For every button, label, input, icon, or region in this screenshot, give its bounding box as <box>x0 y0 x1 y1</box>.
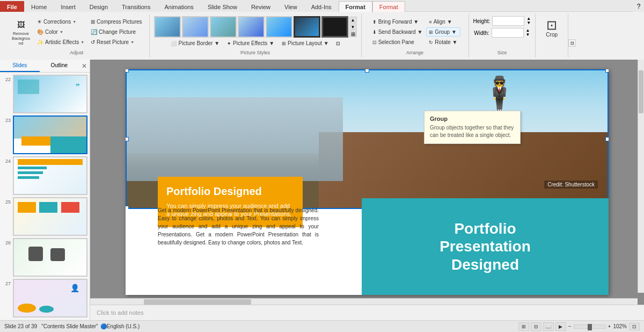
status-bar: Slide 23 of 39 "Contents Slide Master" 🔵… <box>0 320 644 332</box>
picture-styles-expand[interactable]: ⊡ <box>334 39 342 48</box>
rotate-button[interactable]: ↻ Rotate ▼ <box>426 38 460 47</box>
width-label: Width: <box>474 30 489 36</box>
gallery-more[interactable]: ⊞ <box>349 31 357 37</box>
tab-insert[interactable]: Insert <box>54 1 83 12</box>
height-spinner[interactable]: ▲ ▼ <box>526 17 531 25</box>
slide-thumb-22[interactable]: 🗺 <box>13 75 87 113</box>
slide-item-25[interactable]: 25 <box>2 197 87 236</box>
artistic-effects-button[interactable]: ✨ Artistic Effects ▼ <box>34 38 87 47</box>
tab-format[interactable]: Format <box>339 1 372 12</box>
slide-thumb-24[interactable] <box>13 156 87 195</box>
color-button[interactable]: 🎨 Color ▼ <box>34 27 87 37</box>
zoom-slider[interactable] <box>574 324 606 329</box>
style-thumb-4[interactable] <box>238 16 265 38</box>
height-down[interactable]: ▼ <box>526 21 531 25</box>
slides-tab[interactable]: Slides <box>0 60 40 72</box>
help-button[interactable]: ? <box>633 1 644 12</box>
zoom-slider-thumb[interactable] <box>588 324 592 330</box>
picture-styles-items: ▲ ▼ ⊞ <box>154 16 357 38</box>
tab-home[interactable]: Home <box>24 1 54 12</box>
artistic-dropdown[interactable]: ▼ <box>80 40 84 44</box>
style-thumb-3[interactable] <box>210 16 237 38</box>
slide-thumb-23[interactable] <box>13 116 87 154</box>
reset-icon: ↺ <box>91 39 95 45</box>
selection-pane-button[interactable]: ⊡ Selection Pane <box>370 38 426 47</box>
slide-item-24[interactable]: 24 <box>2 156 87 195</box>
slide-sorter-button[interactable]: ⊟ <box>531 322 541 331</box>
gallery-scroll-down[interactable]: ▼ <box>349 24 357 30</box>
reading-view-button[interactable]: 📖 <box>543 322 554 331</box>
slide-num-24: 24 <box>2 158 11 164</box>
slide-item-27[interactable]: 27 👤 <box>2 279 87 317</box>
tab-review[interactable]: Review <box>244 1 277 12</box>
slide-thumb-27[interactable]: 👤 <box>13 279 87 317</box>
rotate-icon: ↻ <box>429 40 433 45</box>
slide-background: 🕴 <box>126 69 609 295</box>
slideshow-button[interactable]: ▶ <box>555 322 566 331</box>
remove-background-button[interactable]: 🖼 Remove Background <box>9 17 33 47</box>
group-button[interactable]: ⊞ Group ▼ <box>426 27 460 37</box>
view-buttons: ⊞ ⊟ 📖 ▶ − + 102% ⊡ <box>518 322 640 331</box>
slide-panel: Slides Outline ✕ 22 🗺 23 <box>0 60 90 320</box>
tab-format-contextual[interactable]: Format <box>372 1 405 12</box>
tab-animations[interactable]: Animations <box>157 1 200 12</box>
style-thumb-5[interactable] <box>266 16 292 38</box>
width-input[interactable] <box>492 28 524 38</box>
canvas-scroll[interactable]: Group Group objects together so that the… <box>90 60 644 305</box>
width-down[interactable]: ▼ <box>526 33 530 37</box>
slide-num-22: 22 <box>2 77 11 82</box>
picture-effects-button[interactable]: ✦ Picture Effects ▼ <box>224 39 277 48</box>
style-thumb-1[interactable] <box>154 16 181 38</box>
tab-addins[interactable]: Add-Ins <box>304 1 339 12</box>
zoom-out-button[interactable]: − <box>568 323 572 329</box>
slide-panel-tabs: Slides Outline ✕ <box>0 60 90 73</box>
crop-button[interactable]: ⊡ Crop <box>540 16 564 40</box>
slide-item-23[interactable]: 23 <box>2 116 87 154</box>
tab-file[interactable]: File <box>0 1 24 12</box>
slide-canvas[interactable]: 🕴 <box>126 69 609 295</box>
size-group-label: Size <box>497 48 507 55</box>
style-thumb-2[interactable] <box>182 16 209 38</box>
handle-bl[interactable] <box>126 206 129 209</box>
style-thumb-7[interactable] <box>321 16 348 38</box>
reset-picture-button[interactable]: ↺ Reset Picture ▼ <box>88 38 144 47</box>
tab-transitions[interactable]: Transitions <box>115 1 157 12</box>
height-input[interactable] <box>492 16 524 26</box>
corrections-dropdown[interactable]: ▼ <box>72 20 76 24</box>
horizontal-scrollbar[interactable] <box>90 298 638 305</box>
change-picture-button[interactable]: 🔄 Change Picture <box>88 27 144 37</box>
main-area: Slides Outline ✕ 22 🗺 23 <box>0 60 644 320</box>
normal-view-button[interactable]: ⊞ <box>518 322 529 331</box>
color-dropdown[interactable]: ▼ <box>60 30 63 34</box>
send-backward-button[interactable]: ⬇ Send Backward ▼ <box>370 27 426 37</box>
teal-section: PortfolioPresentationDesigned <box>362 198 609 295</box>
scroll-thumb-v[interactable] <box>639 70 643 113</box>
tab-slideshow[interactable]: Slide Show <box>201 1 244 12</box>
vertical-scrollbar[interactable] <box>638 60 644 293</box>
reset-dropdown[interactable]: ▼ <box>130 40 134 44</box>
notes-bar[interactable]: Click to add notes <box>90 305 644 320</box>
picture-layout-button[interactable]: ⊞ Picture Layout ▼ <box>279 39 332 48</box>
size-expand-button[interactable]: ⊡ <box>568 14 577 57</box>
tab-design[interactable]: Design <box>83 1 115 12</box>
outline-tab[interactable]: Outline <box>40 60 79 72</box>
panel-close-button[interactable]: ✕ <box>79 60 90 72</box>
slide-27-content: 👤 <box>14 280 86 316</box>
bring-forward-button[interactable]: ⬆ Bring Forward ▼ <box>370 17 426 26</box>
fit-slide-button[interactable]: ⊡ <box>629 323 640 330</box>
slide-thumb-26[interactable] <box>13 238 87 277</box>
slide-item-22[interactable]: 22 🗺 <box>2 75 87 113</box>
zoom-in-button[interactable]: + <box>608 323 611 329</box>
style-thumb-6[interactable] <box>294 16 320 38</box>
slide-item-26[interactable]: 26 <box>2 238 87 277</box>
width-spinner[interactable]: ▲ ▼ <box>526 28 530 37</box>
gallery-scroll[interactable]: ▲ ▼ ⊞ <box>349 17 357 37</box>
align-button[interactable]: ≡ Align ▼ <box>426 17 460 26</box>
scroll-thumb-h[interactable] <box>144 299 251 305</box>
corrections-button[interactable]: ☀ Corrections ▼ <box>34 17 87 26</box>
tab-view[interactable]: View <box>277 1 304 12</box>
gallery-scroll-up[interactable]: ▲ <box>349 17 357 23</box>
compress-pictures-button[interactable]: ⊞ Compress Pictures <box>88 17 144 26</box>
slide-thumb-25[interactable] <box>13 197 87 236</box>
picture-border-button[interactable]: ⬜ Picture Border ▼ <box>168 39 222 48</box>
